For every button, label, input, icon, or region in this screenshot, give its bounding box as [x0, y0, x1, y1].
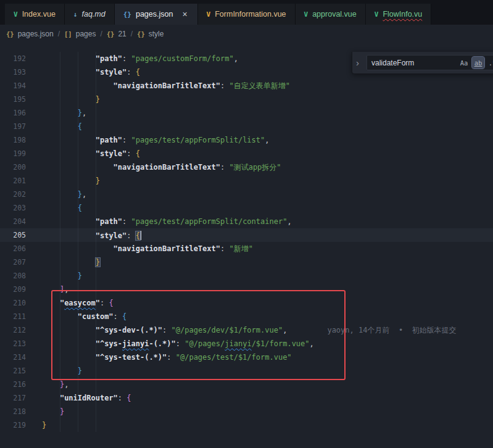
- code-line-210[interactable]: 210 "easycom": {: [0, 296, 493, 310]
- tab-faq.md[interactable]: ↓faq.md: [65, 4, 115, 25]
- line-number[interactable]: 217: [0, 394, 26, 402]
- breadcrumb: {}pages.json/[]pages/{}21/{}style: [0, 25, 493, 43]
- line-number[interactable]: 213: [0, 339, 26, 348]
- editor[interactable]: 192 "path": "pages/customForm/form",193 …: [0, 43, 493, 448]
- code-line-219[interactable]: 219}: [0, 418, 493, 432]
- line-number[interactable]: 218: [0, 407, 26, 416]
- breadcrumb-item-pages.json[interactable]: pages.json: [18, 30, 54, 38]
- code-line-205[interactable]: 205 "style": {: [0, 228, 493, 242]
- code-line-213[interactable]: 213 "^sys-jianyi-(.*)": "@/pages/jianyi/…: [0, 337, 493, 351]
- line-number[interactable]: 197: [0, 122, 26, 131]
- code-line-203[interactable]: 203 {: [0, 201, 493, 215]
- code-token: {: [78, 122, 82, 131]
- breadcrumb-item-pages[interactable]: pages: [76, 30, 96, 38]
- code-token: ,: [82, 109, 86, 117]
- line-number[interactable]: 203: [0, 204, 26, 212]
- line-number[interactable]: 193: [0, 68, 26, 77]
- line-number[interactable]: 211: [0, 312, 26, 321]
- code-line-218[interactable]: 218 }: [0, 405, 493, 418]
- line-number[interactable]: 195: [0, 95, 26, 104]
- code-line-207[interactable]: 207 }: [0, 255, 493, 269]
- code-token: :: [114, 312, 122, 321]
- code-line-197[interactable]: 197 {: [0, 120, 493, 133]
- code-line-212[interactable]: 212 "^sys-dev-(.*)": "@/pages/dev/$1/for…: [0, 323, 493, 337]
- code-line-196[interactable]: 196 },: [0, 106, 493, 120]
- code-token: :: [122, 217, 131, 226]
- regex-toggle[interactable]: .*: [486, 57, 493, 68]
- code-token: "^sys-: [96, 339, 122, 348]
- code-token: "pages/test/appFormSplit/list": [131, 136, 265, 144]
- breadcrumb-item-style[interactable]: style: [149, 30, 164, 38]
- line-number[interactable]: 201: [0, 176, 26, 185]
- code-token: "style": [96, 149, 127, 158]
- line-number[interactable]: 212: [0, 326, 26, 334]
- code-line-202[interactable]: 202 },: [0, 188, 493, 201]
- line-number[interactable]: 200: [0, 163, 26, 172]
- line-number[interactable]: 206: [0, 244, 26, 253]
- tab-FormInformation.vue[interactable]: VFormInformation.vue: [198, 4, 296, 25]
- code-token: :: [162, 326, 171, 334]
- tab-Index.vue[interactable]: VIndex.vue: [5, 4, 65, 25]
- breadcrumb-item-21[interactable]: 21: [118, 30, 126, 38]
- find-input-box[interactable]: validateForm Aa ab .*: [367, 55, 493, 70]
- code-token: :: [126, 231, 135, 240]
- line-number[interactable]: 219: [0, 421, 26, 429]
- find-query-text[interactable]: validateForm: [371, 59, 456, 67]
- tab-FlowInfo.vu[interactable]: VFlowInfo.vu: [366, 4, 432, 25]
- code-text: "easycom": {: [26, 299, 114, 307]
- line-number[interactable]: 192: [0, 54, 26, 63]
- line-number[interactable]: 216: [0, 380, 26, 389]
- code-token: }: [78, 367, 82, 375]
- code-line-204[interactable]: 204 "path": "pages/test/appFormSplit/con…: [0, 215, 493, 228]
- match-case-toggle[interactable]: Aa: [458, 57, 470, 68]
- code-line-206[interactable]: 206 "navigationBarTitleText": "新增": [0, 242, 493, 255]
- tab-label: approval.vue: [312, 10, 357, 19]
- code-line-208[interactable]: 208 }: [0, 269, 493, 283]
- code-token: ": [96, 299, 100, 307]
- line-number[interactable]: 214: [0, 353, 26, 362]
- code-line-200[interactable]: 200 "navigationBarTitleText": "测试app拆分": [0, 160, 493, 174]
- code-line-201[interactable]: 201 }: [0, 174, 493, 188]
- line-number[interactable]: 207: [0, 258, 26, 267]
- code-line-198[interactable]: 198 "path": "pages/test/appFormSplit/lis…: [0, 133, 493, 147]
- code-lines: 192 "path": "pages/customForm/form",193 …: [0, 52, 493, 432]
- code-token: easycom: [64, 299, 96, 307]
- code-line-216[interactable]: 216 },: [0, 378, 493, 391]
- text-cursor: [140, 231, 141, 240]
- code-line-195[interactable]: 195 }: [0, 93, 493, 106]
- line-number[interactable]: 215: [0, 367, 26, 375]
- code-text: "custom": {: [26, 312, 126, 321]
- code-token: :: [220, 81, 229, 90]
- whole-word-toggle[interactable]: ab: [472, 57, 484, 68]
- code-token: "测试app拆分": [229, 163, 281, 172]
- line-number[interactable]: 202: [0, 190, 26, 199]
- code-text: }: [26, 95, 100, 104]
- find-expand-chevron-icon[interactable]: ›: [356, 57, 363, 68]
- code-token: :: [220, 163, 229, 172]
- line-number[interactable]: 198: [0, 136, 26, 144]
- line-number[interactable]: 210: [0, 299, 26, 307]
- close-icon[interactable]: ×: [181, 9, 188, 19]
- line-number[interactable]: 194: [0, 81, 26, 90]
- tab-approval.vue[interactable]: Vapproval.vue: [296, 4, 366, 25]
- line-number[interactable]: 204: [0, 217, 26, 226]
- code-token: }: [96, 258, 100, 267]
- line-number[interactable]: 205: [0, 231, 26, 239]
- code-line-194[interactable]: 194 "navigationBarTitleText": "自定义表单新增": [0, 79, 493, 93]
- json-icon: {}: [123, 10, 131, 19]
- line-number[interactable]: 209: [0, 285, 26, 294]
- line-number[interactable]: 208: [0, 272, 26, 280]
- breadcrumb-separator: /: [99, 30, 102, 38]
- code-line-217[interactable]: 217 "uniIdRouter": {: [0, 391, 493, 405]
- code-token: "navigationBarTitleText": [114, 244, 220, 253]
- code-line-211[interactable]: 211 "custom": {: [0, 310, 493, 323]
- code-line-209[interactable]: 209 ],: [0, 283, 493, 296]
- code-line-214[interactable]: 214 "^sys-test-(.*)": "@/pages/test/$1/f…: [0, 351, 493, 364]
- code-line-199[interactable]: 199 "style": {: [0, 147, 493, 160]
- line-number[interactable]: 196: [0, 109, 26, 117]
- line-number[interactable]: 199: [0, 149, 26, 158]
- code-text: "style": {: [26, 149, 140, 158]
- tab-pages.json[interactable]: {}pages.json×: [115, 4, 198, 25]
- code-text: "navigationBarTitleText": "新增": [26, 244, 253, 254]
- code-line-215[interactable]: 215 }: [0, 364, 493, 378]
